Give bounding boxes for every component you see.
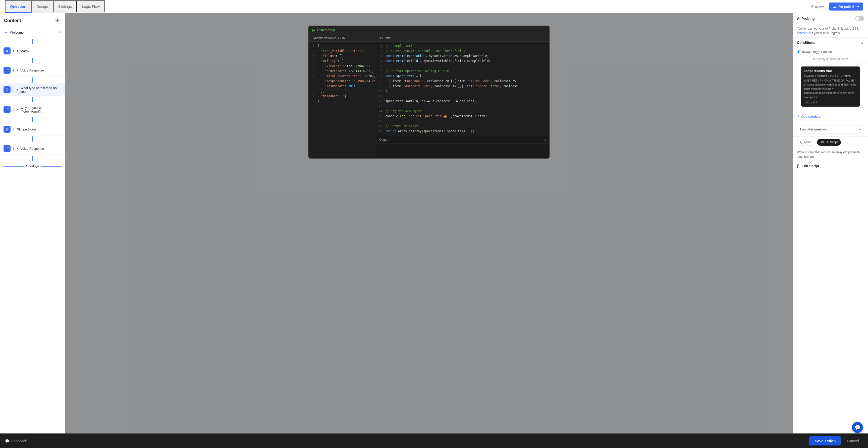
- js-line-18: 18return Array.isArray(spaceItems)? spac…: [376, 129, 550, 134]
- edit-script-link[interactable]: Edit Script: [803, 101, 858, 104]
- json-line-4: 4 "utility": {: [308, 59, 376, 64]
- toggle-knob: [856, 16, 860, 21]
- run-script-label: Run Script: [317, 28, 335, 32]
- js-line-8: 8 { item: "Moon Rock", coolness: 20 },{ …: [376, 79, 550, 84]
- sidebar-header: Content +: [0, 13, 65, 27]
- script-returns-title: Script returns true: [803, 69, 858, 73]
- item-number-2: 2: [12, 68, 14, 72]
- content-area: ▶ Run Script Dynamic Variables JSON 1{: [65, 13, 793, 448]
- tab-question-pill[interactable]: Question: [797, 139, 815, 146]
- conditions-title: Conditions: [797, 41, 815, 45]
- json-editor[interactable]: 1{ 2 "test_variable": "test", 3 "fields"…: [308, 42, 376, 106]
- add-content-button[interactable]: +: [54, 17, 61, 24]
- tab-js-script-pill[interactable]: </> JS Script: [817, 139, 841, 146]
- js-line-17: 17// Return an array: [376, 124, 550, 129]
- js-line-1: 1// Example script: [376, 44, 550, 49]
- js-panel-header: JS Script: [376, 35, 550, 42]
- js-line-3: 3const exampleVariable = dynamicVariable…: [376, 54, 550, 59]
- item-number-1: 1: [12, 49, 14, 53]
- json-line-9: 9 "resumedAt": null: [308, 84, 376, 89]
- sidebar-item-fastfood[interactable]: ☑ 3 What type of fast food do you ...: [0, 83, 65, 96]
- json-line-1: 1{: [308, 44, 376, 49]
- sidebar-item-goodbye[interactable]: Goodbye: [0, 162, 65, 171]
- item-dot-1: [17, 50, 18, 52]
- js-line-13: 13: [376, 104, 550, 109]
- eye-icon: 👁: [58, 31, 62, 35]
- item-number-4: 4: [12, 108, 14, 112]
- loop-dropdown[interactable]: Loop this question: [797, 125, 864, 133]
- cancel-button[interactable]: Cancel: [843, 436, 863, 446]
- nav-tabs: Question Design Settings Logic Flow: [5, 0, 105, 13]
- preview-button[interactable]: Preview: [808, 2, 827, 10]
- sidebar-item-matrix[interactable]: ▦ 1 Matrix: [0, 45, 65, 57]
- sidebar-item-voice-6[interactable]: 🎤 6 Voice Response: [0, 142, 65, 155]
- sidebar-title: Content: [4, 18, 21, 23]
- mic-icon-6: 🎤: [3, 145, 10, 152]
- modal-overlay: ▶ Run Script Dynamic Variables JSON 1{: [65, 13, 793, 448]
- code-icon: </>: [820, 140, 825, 144]
- main-area: Content + → Welcome 👁 ▦ 1 Matrix 🎤: [0, 13, 868, 448]
- chevron-up-icon: ▲: [861, 41, 864, 45]
- js-line-4: 4const exampleField = dynamicVariables.f…: [376, 59, 550, 64]
- connector-3: [0, 76, 65, 83]
- always-trigger-label: always trigger action: [802, 50, 832, 54]
- js-line-2: 2// Access dynamic variables and their f…: [376, 49, 550, 54]
- js-line-11: 11: [376, 94, 550, 99]
- json-panel-header: Dynamic Variables JSON: [308, 35, 376, 42]
- right-panel: AI Probing You've reached your AI Probe …: [793, 13, 868, 448]
- ai-probe-info: You've reached your AI Probe limit until…: [793, 24, 868, 38]
- js-line-5: 5: [376, 64, 550, 69]
- item-number-6: 6: [12, 147, 14, 150]
- script-returns-box: Script returns true EXAMPLE SCRIPT - THI…: [801, 66, 860, 107]
- tab-question[interactable]: Question: [5, 0, 31, 13]
- edit-script-bottom-row[interactable]: {} Edit Script: [793, 161, 868, 171]
- script-returns-container: Script returns true EXAMPLE SCRIPT - THI…: [797, 65, 864, 109]
- republish-button[interactable]: ☁ Re-publish ▾: [829, 2, 863, 10]
- tab-settings[interactable]: Settings: [53, 0, 77, 13]
- sidebar-item-welcome[interactable]: → Welcome 👁: [0, 27, 65, 38]
- ai-probing-toggle[interactable]: [855, 16, 864, 21]
- feedback-button[interactable]: 💬 Feedback: [5, 439, 27, 443]
- or-specify-text: — or specify conditions below —: [793, 56, 868, 63]
- always-trigger-radio[interactable]: [797, 50, 800, 54]
- conditions-section[interactable]: Conditions ▲: [793, 38, 868, 48]
- add-condition-row[interactable]: + Add condition: [793, 111, 868, 122]
- goodbye-label: Goodbye: [26, 164, 39, 168]
- tab-logic-flow[interactable]: Logic Flow: [77, 0, 105, 13]
- save-action-button[interactable]: Save action: [809, 436, 841, 446]
- sidebar-item-why[interactable]: 🎤 4 Why do you like {{loop_item}}?...: [0, 103, 65, 116]
- js-editor[interactable]: 1// Example script 2// Access dynamic va…: [376, 42, 550, 136]
- sidebar-item-label: Why do you like {{loop_item}}?...: [20, 106, 62, 113]
- always-trigger-row: always trigger action: [793, 48, 868, 56]
- matrix-icon: ▦: [3, 47, 10, 55]
- modal-body: Dynamic Variables JSON 1{ 2 "test_variab…: [308, 35, 550, 159]
- add-condition-label: Add condition: [801, 114, 823, 118]
- json-panel: Dynamic Variables JSON 1{ 2 "test_variab…: [308, 35, 376, 159]
- clear-output-button[interactable]: ⊘: [544, 138, 547, 142]
- contact-us-link[interactable]: contact us: [797, 31, 811, 35]
- sidebar-item-label: Skipped loop: [17, 128, 62, 131]
- item-number-3: 3: [12, 88, 14, 92]
- js-code-output-panel: JS Script 1// Example script 2// Access …: [376, 35, 550, 159]
- json-line-3: 3 "fields": {},: [308, 54, 376, 59]
- tab-design[interactable]: Design: [31, 0, 53, 13]
- json-line-11: 11 "metadata": {}: [308, 94, 376, 99]
- top-nav: Question Design Settings Logic Flow Prev…: [0, 0, 868, 13]
- chat-bubble-button[interactable]: 💬: [852, 422, 863, 433]
- cloud-icon: ☁: [833, 4, 836, 8]
- connector-4: [0, 96, 65, 103]
- output-header: Output ⊘: [376, 136, 550, 143]
- connector-6: [0, 135, 65, 142]
- sidebar-item-skipped[interactable]: ▤ 5 Skipped loop: [0, 123, 65, 135]
- json-line-7: 7 "totalOnScreenTime": 150787,: [308, 74, 376, 79]
- chat-bubble-icon: 💬: [855, 424, 861, 430]
- ai-probing-row: AI Probing: [793, 13, 868, 24]
- sidebar-item-label: Welcome: [10, 31, 56, 34]
- grid-icon-5: ▤: [3, 126, 10, 133]
- js-line-15: 15console.log('Coolest Space Item 😎:',sp…: [376, 114, 550, 119]
- json-line-8: 8 "respondentId": "9198c734-2e2...: [308, 79, 376, 84]
- mic-icon-2: 🎤: [3, 67, 10, 74]
- item-dot-2: [17, 69, 18, 71]
- sidebar-item-voice-2[interactable]: 🎤 2 Voice Response: [0, 64, 65, 76]
- loop-section: Loop this question: [793, 122, 868, 137]
